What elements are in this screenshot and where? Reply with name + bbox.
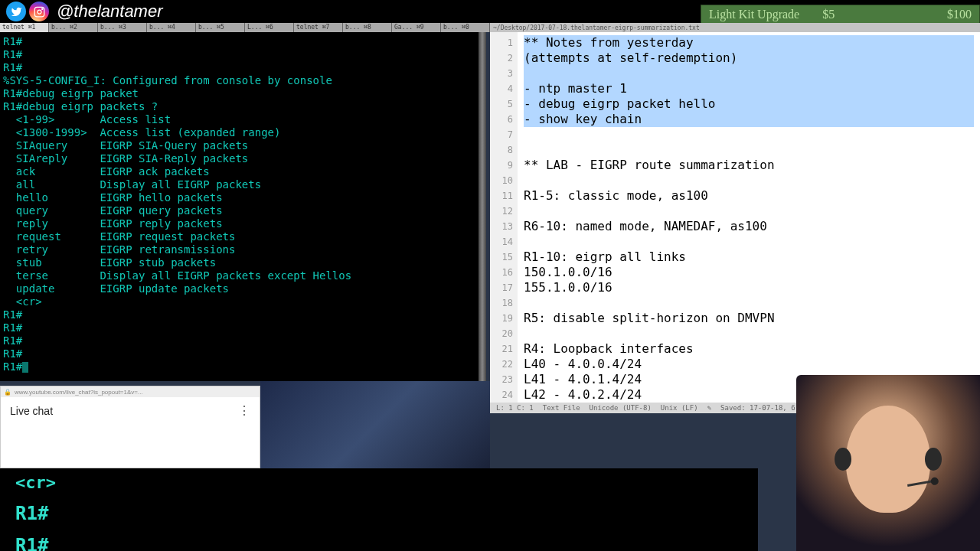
editor-line[interactable]: 155.1.0.0/16 bbox=[524, 280, 974, 295]
terminal-tab[interactable]: b... ⌘3 bbox=[98, 23, 147, 32]
terminal-line: R1# bbox=[3, 347, 477, 360]
line-number: 4 bbox=[490, 81, 513, 96]
terminal-line: reply EIGRP reply packets bbox=[3, 217, 477, 230]
editor-line[interactable] bbox=[524, 173, 974, 188]
chat-title: Live chat bbox=[10, 405, 53, 417]
line-number: 16 bbox=[490, 265, 513, 280]
cursor-position: L: 1 C: 1 bbox=[496, 400, 534, 416]
editor-line[interactable]: ** LAB - EIGRP route summarization bbox=[524, 158, 974, 173]
terminal-tab[interactable]: L... ⌘6 bbox=[245, 23, 294, 32]
terminal-line: stub EIGRP stub packets bbox=[3, 256, 477, 269]
line-number: 20 bbox=[490, 326, 513, 341]
terminal-line: R1# bbox=[3, 61, 477, 74]
svg-point-1 bbox=[38, 10, 41, 14]
line-number: 11 bbox=[490, 188, 513, 204]
terminal-tab-bar[interactable]: telnet ⌘1b... ⌘2b... ⌘3b... ⌘4b... ⌘5L..… bbox=[0, 23, 490, 32]
line-number: 22 bbox=[490, 357, 513, 372]
editor-line[interactable]: ** Notes from yesterday bbox=[524, 35, 974, 51]
desktop-wallpaper bbox=[260, 381, 490, 469]
editor-line[interactable]: R1-5: classic mode, as100 bbox=[524, 188, 974, 204]
line-number: 17 bbox=[490, 280, 513, 295]
terminal-tab[interactable]: b... ⌘4 bbox=[147, 23, 196, 32]
terminal-tab[interactable]: b... ⌘8 bbox=[343, 23, 392, 32]
terminal-tab[interactable]: b... ⌘5 bbox=[196, 23, 245, 32]
terminal-line: R1# bbox=[3, 334, 477, 347]
donation-label: Light Kit Upgrade bbox=[709, 8, 799, 21]
terminal-tab[interactable]: telnet ⌘7 bbox=[294, 23, 343, 32]
editor-line[interactable] bbox=[524, 66, 974, 81]
editor-filepath: ~/Desktop/2017-07-18.thelantamer-eigrp-s… bbox=[493, 24, 700, 31]
editor-line[interactable]: R6-10: named mode, NAMEDAF, as100 bbox=[524, 219, 974, 234]
editor-content[interactable]: ** Notes from yesterday(attempts at self… bbox=[518, 32, 980, 406]
line-number: 13 bbox=[490, 219, 513, 234]
editor-line[interactable]: (attempts at self-redemption) bbox=[524, 51, 974, 66]
terminal-line: <cr> bbox=[3, 295, 477, 308]
terminal-line: all Display all EIGRP packets bbox=[3, 178, 477, 191]
editor-line[interactable]: - debug eigrp packet hello bbox=[524, 96, 974, 112]
line-number: 7 bbox=[490, 127, 513, 142]
chat-address-bar: 🔒www.youtube.com/live_chat?is_popout=1&v… bbox=[1, 386, 260, 397]
line-number: 18 bbox=[490, 295, 513, 311]
instagram-icon[interactable] bbox=[29, 2, 49, 21]
text-editor-panel[interactable]: 123456789101112131415161718192021222324 … bbox=[490, 32, 980, 413]
terminal-tab[interactable]: Ga... ⌘9 bbox=[392, 23, 441, 32]
terminal-line: ack EIGRP ack packets bbox=[3, 165, 477, 178]
live-chat-window[interactable]: 🔒www.youtube.com/live_chat?is_popout=1&v… bbox=[0, 386, 260, 468]
terminal-zoom-strip: <cr> R1# R1# bbox=[0, 468, 758, 551]
editor-line[interactable]: 150.1.0.0/16 bbox=[524, 265, 974, 280]
line-number: 8 bbox=[490, 142, 513, 158]
file-type: Text File bbox=[543, 400, 580, 416]
line-number: 9 bbox=[490, 158, 513, 173]
editor-line[interactable]: - show key chain bbox=[524, 112, 974, 127]
line-number: 10 bbox=[490, 173, 513, 188]
terminal-line: R1#debug eigrp packet bbox=[3, 87, 477, 100]
editor-line[interactable]: R1-10: eigrp all links bbox=[524, 249, 974, 265]
line-number: 6 bbox=[490, 112, 513, 127]
zoom-line-2: R1# bbox=[15, 503, 743, 524]
terminal-panel[interactable]: R1#R1#R1#%SYS-5-CONFIG_I: Configured fro… bbox=[0, 32, 480, 381]
editor-line[interactable] bbox=[524, 127, 974, 142]
terminal-line: hello EIGRP hello packets bbox=[3, 191, 477, 204]
line-number: 14 bbox=[490, 234, 513, 249]
svg-point-2 bbox=[41, 8, 42, 9]
donation-goal-bar: Light Kit Upgrade $5 $100 bbox=[701, 5, 980, 24]
editor-line[interactable]: R5: disable split-horizon on DMVPN bbox=[524, 311, 974, 326]
terminal-line: R1# bbox=[3, 321, 477, 334]
donation-goal: $100 bbox=[947, 8, 972, 21]
terminal-line: request EIGRP request packets bbox=[3, 230, 477, 243]
terminal-tab[interactable]: b... ⌘2 bbox=[49, 23, 98, 32]
terminal-line: retry EIGRP retransmissions bbox=[3, 243, 477, 256]
terminal-line: <1300-1999> Access list (expanded range) bbox=[3, 126, 477, 139]
encoding: Unicode (UTF-8) bbox=[590, 400, 652, 416]
editor-line[interactable] bbox=[524, 142, 974, 158]
editor-line[interactable]: R4: Loopback interfaces bbox=[524, 341, 974, 357]
editor-line[interactable] bbox=[524, 234, 974, 249]
editor-title-bar: ~/Desktop/2017-07-18.thelantamer-eigrp-s… bbox=[490, 23, 980, 32]
line-number: 2 bbox=[490, 51, 513, 66]
editor-line[interactable]: - ntp master 1 bbox=[524, 81, 974, 96]
line-number: 19 bbox=[490, 311, 513, 326]
terminal-tab[interactable]: b... ⌘0 bbox=[441, 23, 490, 32]
line-number-gutter: 123456789101112131415161718192021222324 bbox=[490, 32, 518, 406]
twitter-icon[interactable] bbox=[6, 2, 26, 21]
webcam-overlay bbox=[796, 375, 980, 551]
terminal-line: %SYS-5-CONFIG_I: Configured from console… bbox=[3, 74, 477, 87]
editor-line[interactable] bbox=[524, 326, 974, 341]
terminal-line: <1-99> Access list bbox=[3, 113, 477, 126]
line-number: 5 bbox=[490, 96, 513, 112]
terminal-line: R1#debug eigrp packets ? bbox=[3, 100, 477, 113]
terminal-prompt[interactable]: R1# bbox=[3, 360, 477, 373]
editor-line[interactable] bbox=[524, 295, 974, 311]
pane-resize-handle[interactable] bbox=[479, 32, 486, 381]
terminal-tab[interactable]: telnet ⌘1 bbox=[0, 23, 49, 32]
line-number: 23 bbox=[490, 372, 513, 387]
editor-line[interactable]: L40 - 4.0.0.4/24 bbox=[524, 357, 974, 372]
line-number: 12 bbox=[490, 204, 513, 219]
terminal-line: SIAreply EIGRP SIA-Reply packets bbox=[3, 152, 477, 165]
zoom-line-3: R1# bbox=[15, 535, 743, 551]
terminal-line: terse Display all EIGRP packets except H… bbox=[3, 269, 477, 282]
chat-menu-icon[interactable]: ⋮ bbox=[238, 403, 250, 418]
line-endings: Unix (LF) bbox=[661, 400, 698, 416]
editor-line[interactable] bbox=[524, 204, 974, 219]
pencil-icon: ✎ bbox=[707, 400, 711, 416]
